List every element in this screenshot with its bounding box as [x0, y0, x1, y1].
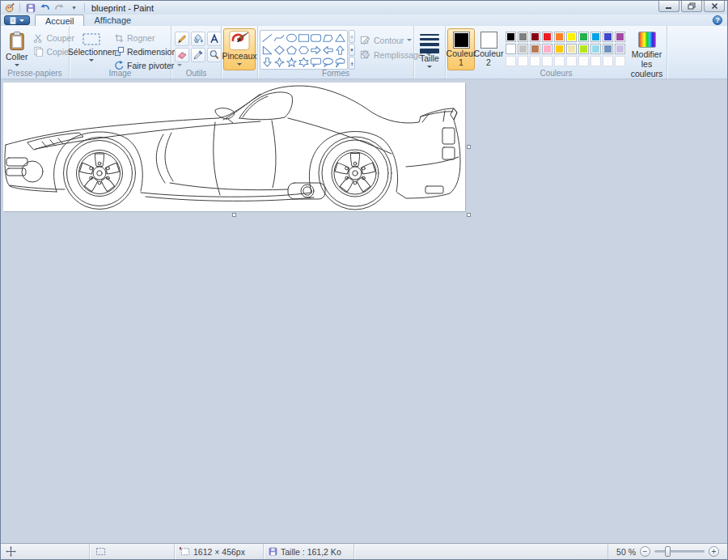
tab-accueil[interactable]: Accueil — [35, 15, 84, 26]
palette-color-b97a57[interactable] — [530, 44, 540, 54]
select-button[interactable]: Sélectionner — [71, 28, 112, 70]
palette-color-ff7f27[interactable] — [554, 32, 565, 42]
palette-color-7092be[interactable] — [603, 44, 613, 54]
fill-tool-button[interactable] — [191, 32, 205, 46]
shape-star-4[interactable] — [273, 56, 286, 68]
size-button[interactable]: Taille — [416, 28, 443, 70]
palette-color-c3c3c3[interactable] — [518, 44, 528, 54]
shape-arrow-down[interactable] — [261, 56, 273, 68]
crop-icon — [113, 32, 125, 44]
zoom-slider-track[interactable] — [654, 550, 705, 553]
eyedropper-icon — [193, 49, 204, 61]
shape-curve[interactable] — [273, 32, 286, 44]
shape-ellipse[interactable] — [286, 32, 298, 44]
shape-rectangle[interactable] — [298, 32, 310, 44]
palette-color-ffffff[interactable] — [506, 44, 516, 54]
palette-color-880015[interactable] — [530, 32, 540, 42]
paste-button[interactable]: Coller — [2, 28, 31, 70]
shape-arrow-left[interactable] — [322, 44, 334, 56]
palette-empty-slot[interactable] — [554, 56, 565, 66]
palette-color-c8bfe7[interactable] — [615, 44, 625, 54]
shape-line[interactable] — [261, 32, 273, 44]
help-icon[interactable]: ? — [713, 15, 722, 25]
color-picker-tool-button[interactable] — [191, 48, 205, 62]
shape-callout-rounded[interactable] — [310, 56, 322, 68]
shape-callout-oval[interactable] — [322, 56, 334, 68]
save-button[interactable] — [24, 2, 36, 13]
shape-pentagon[interactable] — [286, 44, 298, 56]
brush-icon — [229, 31, 250, 51]
minimize-button[interactable] — [658, 1, 679, 12]
shapes-scroll-up-button[interactable]: ▲ — [349, 30, 355, 43]
palette-color-ffc90e[interactable] — [554, 44, 565, 54]
shapes-expand-button[interactable]: ⇟ — [349, 57, 355, 70]
palette-color-efe4b0[interactable] — [566, 44, 577, 54]
shape-star-5[interactable] — [286, 56, 298, 68]
application-menu-button[interactable] — [4, 15, 30, 25]
group-label-tools: Outils — [171, 69, 221, 78]
image-size-segment: 1612 × 456px — [175, 544, 264, 559]
palette-empty-slot[interactable] — [518, 56, 528, 66]
palette-color-99d9ea[interactable] — [590, 44, 601, 54]
shape-diamond[interactable] — [273, 44, 286, 56]
quick-access-toolbar: ▾ — [1, 2, 87, 13]
eraser-tool-button[interactable] — [175, 48, 189, 62]
palette-empty-slot[interactable] — [615, 56, 625, 66]
palette-color-b5e61d[interactable] — [578, 44, 589, 54]
palette-empty-slot[interactable] — [590, 56, 601, 66]
shape-polygon[interactable] — [322, 32, 334, 44]
shape-star-6[interactable] — [298, 56, 310, 68]
brushes-button[interactable]: Pinceaux — [223, 28, 256, 70]
cursor-position-segment — [1, 544, 90, 559]
palette-empty-slot[interactable] — [578, 56, 589, 66]
image-size-value: 1612 × 456px — [193, 547, 245, 557]
shape-arrow-up[interactable] — [334, 44, 346, 56]
shape-right-triangle[interactable] — [261, 44, 273, 56]
palette-color-fff200[interactable] — [566, 32, 577, 42]
qat-separator-2 — [84, 3, 85, 12]
shapes-scroll-down-button[interactable]: ▼ — [349, 44, 355, 57]
tab-affichage[interactable]: Affichage — [84, 15, 141, 26]
group-image: Sélectionner Rogner Redimensionner Faire — [70, 26, 171, 78]
shape-hexagon[interactable] — [298, 44, 310, 56]
zoom-out-button[interactable]: − — [640, 546, 650, 557]
image-size-icon — [180, 547, 190, 556]
color2-button[interactable]: Couleur 2 — [475, 28, 502, 70]
canvas-resize-handle-corner[interactable] — [467, 213, 471, 217]
redo-button[interactable] — [53, 2, 66, 13]
color1-button[interactable]: Couleur 1 — [447, 28, 475, 70]
palette-color-a349a4[interactable] — [615, 32, 625, 42]
shape-arrow-right[interactable] — [310, 44, 322, 56]
group-size: Taille — [414, 26, 446, 78]
palette-color-3f48cc[interactable] — [603, 32, 613, 42]
palette-empty-slot[interactable] — [542, 56, 552, 66]
paint-app-icon[interactable] — [3, 2, 15, 13]
palette-color-22b14c[interactable] — [578, 32, 589, 42]
palette-color-000000[interactable] — [506, 32, 516, 42]
palette-empty-slot[interactable] — [506, 56, 516, 66]
palette-empty-slot[interactable] — [566, 56, 577, 66]
pencil-tool-button[interactable] — [175, 32, 189, 46]
palette-color-ffaec9[interactable] — [542, 44, 552, 54]
group-label-colors: Couleurs — [446, 69, 667, 78]
undo-button[interactable] — [39, 2, 51, 13]
drawing-canvas[interactable] — [3, 83, 465, 211]
zoom-in-button[interactable]: + — [709, 546, 719, 557]
shape-callout-cloud[interactable] — [334, 56, 346, 68]
qat-customize-dropdown[interactable]: ▾ — [68, 2, 80, 13]
palette-empty-slot[interactable] — [530, 56, 540, 66]
canvas-resize-handle-right[interactable] — [467, 145, 471, 149]
shape-rounded-rectangle[interactable] — [310, 32, 322, 44]
palette-color-ed1c24[interactable] — [542, 32, 552, 42]
magnifier-tool-button[interactable] — [207, 48, 222, 62]
palette-color-7f7f7f[interactable] — [518, 32, 528, 42]
canvas-resize-handle-bottom[interactable] — [232, 213, 236, 217]
zoom-slider-thumb[interactable] — [665, 546, 671, 557]
palette-color-00a2e8[interactable] — [590, 32, 601, 42]
text-tool-button[interactable] — [207, 32, 222, 46]
line-size-icon — [420, 31, 439, 53]
palette-empty-slot[interactable] — [603, 56, 613, 66]
shape-triangle[interactable] — [334, 32, 346, 44]
restore-button[interactable] — [681, 1, 702, 12]
close-button[interactable] — [704, 1, 725, 12]
